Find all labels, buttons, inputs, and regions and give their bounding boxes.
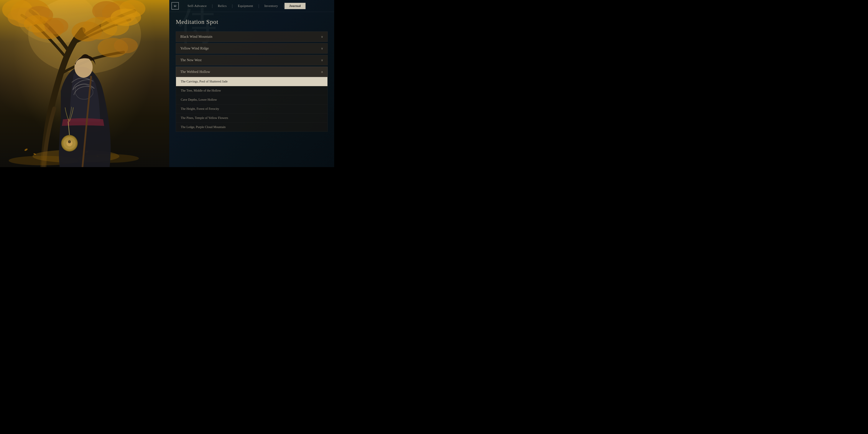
- accordion: Black Wind Mountain ∨ Yellow Wind Ridge …: [176, 31, 328, 132]
- right-panel: 侍 LI Self-Advance | Relics | Equipment |…: [169, 0, 334, 167]
- accordion-yellow-wind-ridge: Yellow Wind Ridge ∨: [176, 43, 328, 54]
- svg-point-32: [68, 143, 71, 146]
- svg-point-26: [74, 57, 93, 78]
- sub-item-ledge[interactable]: The Ledge, Purple Cloud Mountain: [176, 123, 328, 131]
- nav-sep-4: |: [283, 4, 284, 8]
- nav-journal[interactable]: Journal: [284, 3, 306, 9]
- page-title: Meditation Spot: [176, 19, 328, 25]
- svg-point-17: [114, 38, 138, 53]
- accordion-label-the-new-west: The New West: [180, 58, 202, 62]
- sub-item-height[interactable]: The Height, Forest of Ferocity: [176, 104, 328, 114]
- sub-item-cave-depths[interactable]: Cave Depths, Lower Hollow: [176, 95, 328, 104]
- svg-point-12: [44, 18, 68, 34]
- nav-bar: LI Self-Advance | Relics | Equipment | I…: [169, 0, 334, 12]
- nav-sep-2: |: [232, 4, 233, 8]
- svg-point-14: [101, 17, 129, 36]
- sub-item-tree[interactable]: The Tree, Middle of the Hollow: [176, 86, 328, 95]
- sub-item-pines[interactable]: The Pines, Temple of Yellow Flowers: [176, 114, 328, 123]
- svg-point-21: [24, 148, 28, 152]
- nav-relics[interactable]: Relics: [213, 4, 231, 8]
- nav-sep-1: |: [212, 4, 213, 8]
- chevron-up-icon-webbed-hollow: ∧: [321, 70, 323, 74]
- level-badge: LI: [172, 2, 179, 9]
- accordion-header-the-new-west[interactable]: The New West ∨: [176, 55, 328, 65]
- accordion-header-black-wind-mountain[interactable]: Black Wind Mountain ∨: [176, 31, 328, 42]
- accordion-label-the-webbed-hollow: The Webbed Hollow: [180, 70, 210, 74]
- sub-item-carvings[interactable]: The Carvings, Pool of Shattered Jade: [176, 77, 328, 86]
- accordion-header-the-webbed-hollow[interactable]: The Webbed Hollow ∧: [176, 67, 328, 77]
- nav-equipment[interactable]: Equipment: [233, 4, 258, 8]
- accordion-label-black-wind-mountain: Black Wind Mountain: [180, 35, 212, 39]
- accordion-black-wind-mountain: Black Wind Mountain ∨: [176, 31, 328, 42]
- nav-sep-3: |: [258, 4, 259, 8]
- chevron-down-icon-yellow-wind: ∨: [321, 46, 323, 50]
- accordion-the-webbed-hollow: The Webbed Hollow ∧ The Carvings, Pool o…: [176, 67, 328, 132]
- svg-point-31: [68, 140, 71, 143]
- chevron-down-icon-new-west: ∨: [321, 58, 323, 62]
- accordion-label-yellow-wind-ridge: Yellow Wind Ridge: [180, 46, 209, 50]
- nav-self-advance[interactable]: Self-Advance: [183, 4, 211, 8]
- accordion-header-yellow-wind-ridge[interactable]: Yellow Wind Ridge ∨: [176, 43, 328, 54]
- accordion-content-the-webbed-hollow: The Carvings, Pool of Shattered Jade The…: [176, 77, 328, 132]
- main-content: Meditation Spot Black Wind Mountain ∨ Ye…: [169, 12, 334, 167]
- nav-inventory[interactable]: Inventory: [259, 4, 283, 8]
- accordion-the-new-west: The New West ∨: [176, 55, 328, 65]
- chevron-down-icon-black-wind: ∨: [321, 35, 323, 39]
- tree-art: [0, 0, 169, 167]
- svg-point-15: [72, 22, 102, 41]
- game-scene: [0, 0, 169, 167]
